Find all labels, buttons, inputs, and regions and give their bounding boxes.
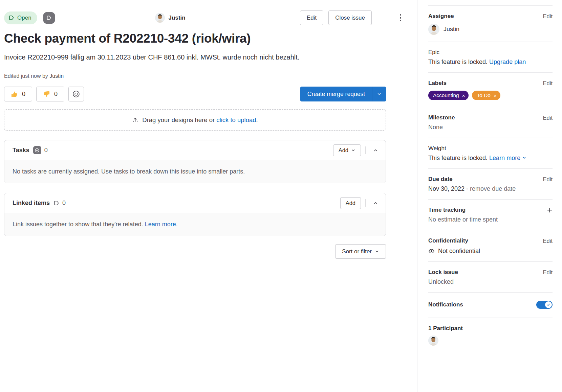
sidebar-section-assignee: Assignee Edit Justin xyxy=(428,5,553,42)
assignee-name: Justin xyxy=(444,26,459,33)
assignee-edit-link[interactable]: Edit xyxy=(543,13,553,20)
linked-items-card: Linked items 0 Add Link issues together … xyxy=(4,193,386,236)
tasks-header: Tasks 0 Add xyxy=(4,140,386,160)
remove-label-icon[interactable]: × xyxy=(462,93,465,98)
label-chip-accounting[interactable]: Accounting × xyxy=(428,91,469,100)
linked-items-collapse-button[interactable] xyxy=(370,198,381,208)
assignee-label: Assignee xyxy=(428,13,454,20)
sort-or-filter-button[interactable]: Sort or filter xyxy=(335,244,386,259)
sidebar-section-notifications: Notifications xyxy=(428,293,553,318)
weight-locked-message: This feature is locked. Learn more xyxy=(428,155,553,162)
more-actions-kebab-icon[interactable] xyxy=(396,13,405,23)
milestone-edit-link[interactable]: Edit xyxy=(543,115,553,121)
header-actions: Edit Close issue xyxy=(300,10,372,25)
sidebar-section-lock-issue: Lock issue Edit Unlocked xyxy=(428,262,553,293)
chevron-down-icon xyxy=(351,148,355,153)
check-circle-icon xyxy=(35,148,40,153)
weight-label: Weight xyxy=(428,145,446,152)
sidebar-section-due-date: Due date Edit Nov 30, 2022 - remove due … xyxy=(428,169,553,200)
add-time-entry-button[interactable] xyxy=(547,207,553,213)
sidebar-section-time-tracking: Time tracking No estimate or time spent xyxy=(428,200,553,230)
header-divider xyxy=(365,146,366,154)
status-label: Open xyxy=(17,15,31,21)
edited-author-link[interactable]: Justin xyxy=(49,73,64,79)
tasks-card: Tasks 0 Add No tasks are currently assig… xyxy=(4,140,386,183)
upload-icon xyxy=(132,117,138,123)
thumbs-up-button[interactable]: 0 xyxy=(4,87,32,101)
sidebar-section-milestone: Milestone Edit None xyxy=(428,107,553,138)
merge-request-dropdown-button[interactable] xyxy=(372,87,386,101)
lock-issue-edit-link[interactable]: Edit xyxy=(543,269,553,276)
design-upload-dropzone[interactable]: Drag your designs here or click to uploa… xyxy=(4,109,386,131)
create-merge-request-split: Create merge request xyxy=(300,87,386,101)
due-date-separator: - xyxy=(466,185,468,192)
smiley-icon xyxy=(72,90,80,98)
linked-items-title: Linked items xyxy=(13,200,50,207)
linked-items-add-label: Add xyxy=(346,200,355,206)
dropzone-prefix: Drag your designs here or xyxy=(142,116,215,123)
sidebar-section-confidentiality: Confidentiality Edit Not confidential xyxy=(428,230,553,262)
assignee-user[interactable]: Justin xyxy=(428,24,553,35)
add-emoji-button[interactable] xyxy=(68,87,84,101)
header-divider xyxy=(365,199,366,207)
sort-or-filter-label: Sort or filter xyxy=(342,248,372,255)
issue-header: Open Justin Edit Close issue xyxy=(4,10,405,25)
tasks-title: Tasks xyxy=(13,147,29,154)
thumbs-down-button[interactable]: 0 xyxy=(36,87,64,101)
chevron-down-icon xyxy=(522,156,526,160)
label-chip-text: To Do xyxy=(477,92,491,98)
issue-type-badge xyxy=(43,12,55,24)
upgrade-plan-link[interactable]: Upgrade plan xyxy=(489,59,526,65)
dropzone-suffix: . xyxy=(256,116,258,123)
notifications-toggle[interactable] xyxy=(536,301,553,309)
edit-button[interactable]: Edit xyxy=(300,10,323,25)
close-issue-button[interactable]: Close issue xyxy=(328,10,372,25)
milestone-value: None xyxy=(428,124,553,131)
label-chip-todo[interactable]: To Do × xyxy=(472,91,500,100)
participant-avatar[interactable] xyxy=(428,336,438,346)
participants-label: 1 Participant xyxy=(428,325,553,332)
linked-items-add-button[interactable]: Add xyxy=(340,197,361,209)
labels-edit-link[interactable]: Edit xyxy=(543,80,553,87)
due-date-value: Nov 30, 2022 xyxy=(428,185,464,192)
due-date-value-row: Nov 30, 2022 - remove due date xyxy=(428,185,553,192)
confidentiality-value: Not confidential xyxy=(438,248,480,255)
tasks-count: 0 xyxy=(44,147,48,154)
activity-toolbar: Sort or filter xyxy=(4,244,386,259)
author-name: Justin xyxy=(169,15,186,21)
eye-icon xyxy=(428,248,435,254)
author-link[interactable]: Justin xyxy=(155,13,186,23)
label-chip-text: Accounting xyxy=(433,92,459,98)
tasks-add-button[interactable]: Add xyxy=(333,144,361,156)
dropzone-text: Drag your designs here or click to uploa… xyxy=(142,116,258,124)
lock-issue-value: Unlocked xyxy=(428,278,553,285)
author-avatar xyxy=(155,13,165,23)
milestone-label: Milestone xyxy=(428,114,455,121)
create-merge-request-button[interactable]: Create merge request xyxy=(300,87,372,101)
chevron-down-icon xyxy=(375,249,379,254)
remove-due-date-link[interactable]: remove due date xyxy=(470,185,516,192)
issue-open-icon xyxy=(8,15,14,21)
chevron-up-icon xyxy=(373,201,378,206)
top-divider xyxy=(4,2,409,2)
linked-items-learn-more-link[interactable]: Learn more. xyxy=(145,221,178,228)
due-date-edit-link[interactable]: Edit xyxy=(543,176,553,183)
tasks-add-label: Add xyxy=(339,147,348,154)
confidentiality-edit-link[interactable]: Edit xyxy=(543,238,553,244)
remove-label-icon[interactable]: × xyxy=(494,93,497,98)
linked-items-empty-text: Link issues together to show that they'r… xyxy=(13,221,143,228)
labels-label: Labels xyxy=(428,80,447,87)
tasks-collapse-button[interactable] xyxy=(370,145,381,156)
sidebar-section-labels: Labels Edit Accounting × To Do × xyxy=(428,73,553,107)
chevron-up-icon xyxy=(373,148,378,153)
time-tracking-label: Time tracking xyxy=(428,207,466,213)
lock-issue-label: Lock issue xyxy=(428,269,458,276)
thumbs-down-count: 0 xyxy=(54,91,58,98)
issue-type-icon xyxy=(46,15,51,20)
issue-title: Check payment of R202210-342 (riok/wira) xyxy=(4,31,417,46)
click-to-upload-link[interactable]: click to upload xyxy=(216,116,256,123)
issue-main: Open Justin Edit Close issue Check pa xyxy=(0,0,417,392)
sidebar-section-epic: Epic This feature is locked. Upgrade pla… xyxy=(428,42,553,73)
learn-more-link[interactable]: Learn more xyxy=(489,155,526,161)
due-date-label: Due date xyxy=(428,176,453,183)
